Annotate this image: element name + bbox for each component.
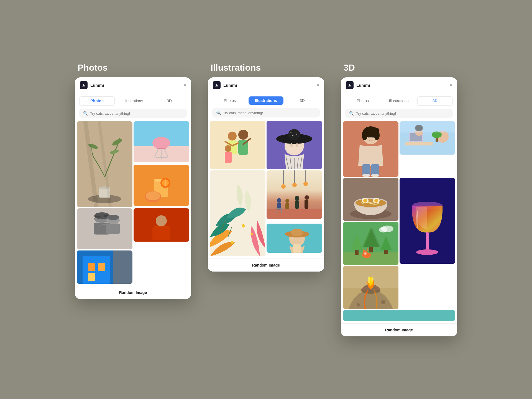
svg-rect-44 [88, 273, 95, 281]
svg-point-80 [292, 183, 297, 187]
tab-bar-photos: Photos Illustrations 3D [75, 93, 191, 109]
svg-rect-91 [305, 200, 308, 209]
svg-text:tattoo: tattoo [96, 229, 102, 230]
search-input-3d[interactable] [356, 111, 449, 116]
illustrations-image-grid [208, 121, 324, 259]
3d-girl-cell[interactable] [343, 121, 398, 177]
photo-couple-cell[interactable]: tattoo [77, 208, 132, 249]
svg-rect-139 [355, 250, 359, 255]
svg-rect-92 [276, 208, 282, 209]
tab-illustrations-active[interactable]: Illustrations [249, 96, 284, 105]
3d-volcano-cell[interactable] [343, 266, 398, 309]
app-name-photos: Lummi [90, 83, 181, 88]
tab-photos-inactive-3[interactable]: Photos [345, 96, 380, 105]
svg-point-61 [296, 134, 297, 135]
search-icon-photos: 🔍 [83, 111, 88, 116]
app-name-illustrations: Lummi [223, 83, 314, 88]
svg-rect-77 [283, 170, 284, 186]
svg-rect-89 [295, 200, 299, 209]
3d-footer: Random Image [341, 323, 457, 336]
3d-titlebar: Lummi × [341, 77, 457, 93]
tab-3d-inactive-2[interactable]: 3D [285, 96, 320, 105]
search-bar-photos: 🔍 [79, 109, 187, 118]
svg-point-156 [381, 300, 385, 304]
svg-rect-112 [405, 142, 433, 145]
random-image-button-3d[interactable]: Random Image [385, 328, 413, 332]
svg-point-72 [242, 224, 245, 227]
svg-rect-45 [113, 250, 132, 284]
search-input-illustrations[interactable] [223, 111, 316, 115]
svg-rect-12 [157, 148, 166, 149]
svg-point-37 [156, 215, 167, 226]
illustration-hat-cell[interactable] [267, 121, 322, 169]
random-image-button-photos[interactable]: Random Image [119, 290, 147, 295]
svg-rect-87 [285, 203, 289, 209]
svg-point-25 [146, 191, 160, 200]
3d-glass-cell[interactable] [400, 178, 455, 264]
section-title-photos: Photos [78, 63, 108, 73]
photo-monk-cell[interactable] [134, 208, 189, 242]
tab-3d-active[interactable]: 3D [417, 96, 453, 105]
svg-rect-120 [400, 121, 455, 132]
photos-panel: Lummi × Photos Illustrations 3D 🔍 [75, 77, 191, 299]
photos-titlebar: Lummi × [75, 77, 191, 93]
svg-point-62 [291, 132, 291, 133]
photo-chair-cell[interactable] [134, 121, 189, 162]
svg-point-47 [228, 132, 237, 140]
svg-point-88 [295, 196, 299, 200]
svg-point-84 [277, 198, 281, 203]
svg-rect-52 [225, 152, 232, 163]
tab-3d-inactive[interactable]: 3D [152, 96, 187, 105]
close-button-photos[interactable]: × [184, 83, 186, 87]
photo-building-cell[interactable] [77, 250, 132, 284]
svg-point-103 [362, 130, 367, 140]
svg-rect-141 [384, 250, 388, 254]
3d-image-grid [341, 121, 457, 323]
svg-point-126 [363, 199, 367, 203]
svg-point-63 [298, 137, 299, 137]
tab-photos-active[interactable]: Photos [79, 96, 115, 105]
3d-ramen-cell[interactable] [343, 178, 398, 221]
svg-point-60 [292, 135, 293, 136]
svg-rect-34 [106, 223, 120, 234]
svg-point-154 [368, 277, 370, 283]
svg-rect-59 [288, 129, 300, 140]
search-icon-3d: 🔍 [349, 111, 354, 116]
3d-teal-bottom[interactable] [343, 310, 455, 321]
section-title-illustrations: Illustrations [211, 63, 261, 73]
tab-photos-inactive-2[interactable]: Photos [212, 96, 247, 105]
photo-drink-cell[interactable] [134, 165, 189, 206]
close-button-3d[interactable]: × [450, 83, 452, 87]
svg-point-64 [290, 143, 293, 147]
illustration-gallery-cell[interactable] [267, 170, 322, 219]
3d-office-cell[interactable] [400, 121, 455, 155]
svg-point-157 [357, 303, 360, 306]
illustration-abstract-cell[interactable] [210, 170, 265, 256]
photos-image-grid: tattoo [75, 121, 191, 286]
app-logo-illustrations [213, 81, 221, 89]
search-input-photos[interactable] [90, 111, 183, 116]
random-image-button-illustrations[interactable]: Random Image [252, 263, 280, 267]
svg-point-78 [281, 184, 286, 189]
svg-point-74 [231, 241, 234, 244]
tab-illustrations-inactive[interactable]: Illustrations [116, 96, 151, 105]
svg-point-110 [372, 137, 374, 138]
svg-point-98 [291, 229, 303, 236]
svg-point-49 [238, 130, 248, 140]
illustration-teal-cell[interactable] [267, 224, 322, 253]
photo-plant-cell[interactable] [77, 121, 132, 207]
photos-footer: Random Image [75, 286, 191, 299]
illustrations-footer: Random Image [208, 259, 324, 272]
3d-panel: Lummi × Photos Illustrations 3D 🔍 [341, 77, 457, 336]
svg-point-148 [379, 227, 387, 232]
close-button-illustrations[interactable]: × [317, 83, 319, 87]
svg-rect-41 [83, 256, 110, 284]
tab-illustrations-inactive-3[interactable]: Illustrations [381, 96, 416, 105]
svg-rect-42 [88, 263, 95, 271]
app-logo-photos [80, 81, 88, 89]
3d-forest-cell[interactable] [343, 222, 398, 265]
app-logo-3d [346, 81, 354, 89]
illustration-family-cell[interactable] [210, 121, 265, 169]
tab-bar-illustrations: Photos Illustrations 3D [208, 93, 324, 108]
illustrations-panel: Lummi × Photos Illustrations 3D 🔍 [208, 77, 324, 272]
